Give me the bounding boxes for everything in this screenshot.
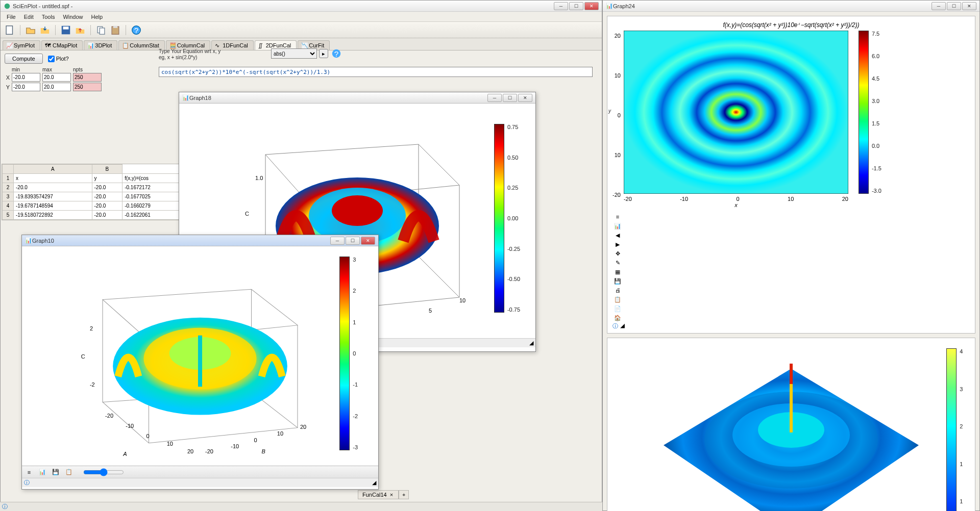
- svg-rect-1: [6, 25, 12, 34]
- grid-col-b[interactable]: B: [92, 165, 122, 174]
- svg-text:2: 2: [90, 325, 93, 331]
- graph24-ylabel: y: [608, 108, 611, 114]
- app-icon: [4, 3, 11, 10]
- menu-window[interactable]: Window: [59, 14, 87, 20]
- eq-help-icon[interactable]: ?: [330, 47, 342, 60]
- svg-text:10: 10: [167, 441, 173, 447]
- svg-text:?: ?: [134, 25, 138, 34]
- g24-home-icon[interactable]: 🏠: [612, 313, 623, 322]
- menubar: File Edit Tools Window Help: [1, 12, 602, 22]
- resize-grip-icon[interactable]: ◢: [620, 323, 625, 329]
- add-tab-button[interactable]: +: [399, 490, 409, 499]
- graph18-maximize[interactable]: ☐: [503, 94, 517, 102]
- minimize-button[interactable]: ─: [554, 2, 568, 10]
- graph10-status: ⓘ ◢: [22, 478, 378, 487]
- g24-paste-icon[interactable]: 📄: [612, 304, 623, 313]
- separator: [126, 25, 126, 35]
- bottom-tab-funcal14[interactable]: FunCal14 ×: [358, 490, 399, 499]
- y-max-input[interactable]: [42, 83, 71, 91]
- g24-copy-icon[interactable]: 📋: [612, 295, 623, 304]
- info-icon[interactable]: ⓘ: [24, 479, 30, 487]
- svg-text:1.0: 1.0: [255, 175, 263, 181]
- g24-chart-icon[interactable]: 📊: [612, 221, 623, 231]
- open-icon[interactable]: [24, 24, 37, 36]
- equation-area: Type Your Equation wrt x, y eg, x + sin(…: [159, 48, 598, 77]
- zoom-slider[interactable]: [83, 468, 124, 476]
- tab-symplot[interactable]: 📈SymPlot: [3, 40, 40, 50]
- svg-text:-10: -10: [231, 443, 239, 449]
- maximize-button[interactable]: ☐: [569, 2, 583, 10]
- app2-minimize[interactable]: ─: [932, 2, 946, 10]
- graph10-maximize[interactable]: ☐: [346, 237, 360, 245]
- new-icon[interactable]: [4, 24, 16, 36]
- app2-close[interactable]: ✕: [962, 2, 976, 10]
- plot-checkbox[interactable]: Plot?: [48, 56, 69, 62]
- menu-file[interactable]: File: [3, 14, 20, 20]
- graph10-plot[interactable]: 2 -2 C A B -20 -10 0 10 20 -20 -10 0 10 …: [32, 253, 368, 458]
- tab-3dplot[interactable]: 📊3DPlot: [84, 40, 117, 50]
- graph10-close[interactable]: ✕: [361, 237, 375, 245]
- save-icon[interactable]: [60, 24, 72, 36]
- graph24-heatmap[interactable]: [624, 31, 848, 194]
- close-button[interactable]: ✕: [584, 2, 599, 10]
- tab-cmapplot[interactable]: 🗺CMapPlot: [41, 40, 83, 50]
- paste-icon[interactable]: [109, 24, 121, 36]
- menu-tools[interactable]: Tools: [38, 14, 59, 20]
- graph24-colorbar: 7.56.04.53.01.50.0-1.5-3.0: [859, 31, 881, 194]
- svg-text:20: 20: [187, 448, 193, 454]
- svg-text:C: C: [245, 211, 249, 217]
- lower-3d-plot[interactable]: [607, 338, 975, 511]
- copy-icon[interactable]: [95, 24, 107, 36]
- grid-col-a[interactable]: A: [14, 165, 92, 174]
- import-icon[interactable]: [39, 24, 51, 36]
- g24-save-icon[interactable]: 💾: [612, 276, 623, 286]
- titlebar[interactable]: SciEnPlot - untitled.spf - ─ ☐ ✕: [1, 1, 602, 12]
- g24-edit-icon[interactable]: ✎: [612, 258, 623, 267]
- g24-info-icon[interactable]: ⓘ: [612, 323, 618, 329]
- graph24-status: ⓘ ◢: [612, 322, 970, 330]
- close-tab-icon[interactable]: ×: [389, 492, 394, 498]
- g24-forward-icon[interactable]: ▶: [612, 240, 623, 249]
- copy-plot-icon[interactable]: 📋: [64, 468, 74, 477]
- help-icon[interactable]: ?: [130, 24, 142, 36]
- resize-grip-icon[interactable]: ◢: [529, 340, 533, 346]
- row-y-label: Y: [5, 82, 11, 92]
- app2-maximize[interactable]: ☐: [947, 2, 961, 10]
- svg-point-14: [332, 195, 383, 226]
- function-select[interactable]: abs(): [271, 48, 317, 59]
- y-min-input[interactable]: [12, 83, 40, 91]
- save-plot-icon[interactable]: 💾: [51, 468, 61, 477]
- graph18-close[interactable]: ✕: [518, 94, 532, 102]
- equation-input[interactable]: [159, 67, 593, 77]
- menu-edit[interactable]: Edit: [20, 14, 38, 20]
- graph10-window[interactable]: 📊 Graph10 ─ ☐ ✕ 2 -2 C A B -20: [21, 235, 379, 490]
- x-max-input[interactable]: [42, 73, 71, 82]
- svg-text:10: 10: [459, 297, 465, 303]
- g24-move-icon[interactable]: ✥: [612, 249, 623, 258]
- plot-checkbox-input[interactable]: [48, 56, 55, 62]
- app-title: SciEnPlot - untitled.spf -: [13, 3, 554, 9]
- chart-icon[interactable]: 📊: [37, 468, 47, 477]
- statusbar-info-icon[interactable]: ⓘ: [2, 503, 8, 510]
- graph18-minimize[interactable]: ─: [487, 94, 502, 102]
- g24-print-icon[interactable]: 🖨: [612, 286, 623, 295]
- svg-rect-7: [113, 25, 117, 28]
- x-min-input[interactable]: [12, 73, 40, 82]
- g24-list-icon[interactable]: ≡: [612, 212, 623, 221]
- compute-button[interactable]: Compute: [5, 54, 43, 64]
- col-npts: npts: [72, 67, 103, 72]
- export-icon[interactable]: [74, 24, 86, 36]
- menu-help[interactable]: Help: [87, 14, 107, 20]
- data-grid[interactable]: AB 1xyf(x,y)=(cos 2-20.0-20.0-0.1672172 …: [2, 164, 180, 220]
- tab-columnstat[interactable]: 📋ColumnStat: [118, 40, 164, 50]
- list-icon[interactable]: ≡: [24, 468, 34, 477]
- lower-colorbar: 43211-2: [946, 348, 965, 511]
- insert-func-icon[interactable]: ▸: [319, 49, 328, 58]
- graph10-minimize[interactable]: ─: [330, 237, 345, 245]
- y-npts-input[interactable]: [73, 83, 102, 91]
- x-npts-input[interactable]: [73, 73, 102, 82]
- g24-grid-icon[interactable]: ▦: [612, 267, 623, 276]
- resize-grip-icon[interactable]: ◢: [372, 479, 376, 486]
- g24-back-icon[interactable]: ◀: [612, 231, 623, 240]
- separator: [20, 25, 20, 35]
